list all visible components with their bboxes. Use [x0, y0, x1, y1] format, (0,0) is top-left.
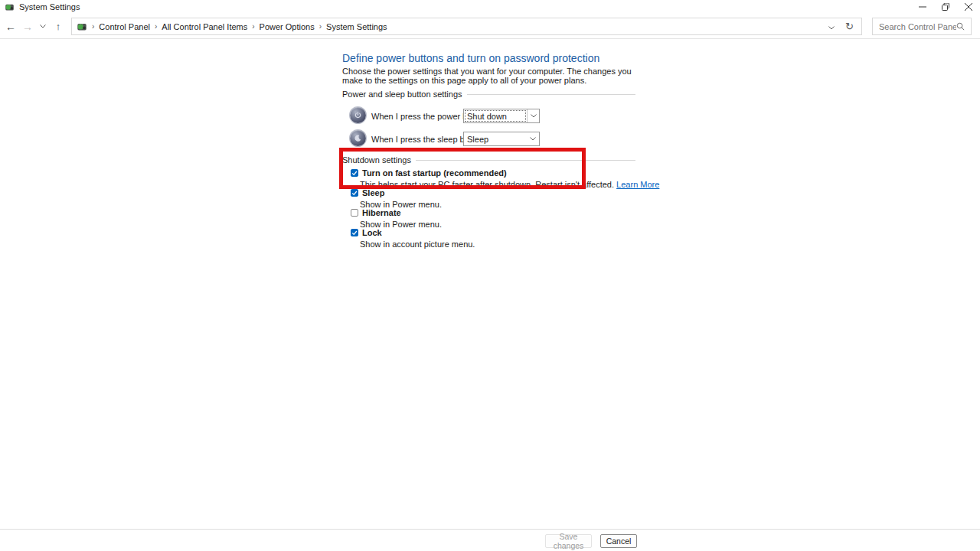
power-sleep-section-header: Power and sleep button settings [342, 90, 635, 99]
power-button-action-select[interactable]: Shut down [463, 109, 540, 123]
minimize-button[interactable] [911, 0, 934, 14]
breadcrumb-separator[interactable]: › [250, 22, 256, 31]
main-content: Define power buttons and turn on passwor… [0, 39, 980, 529]
option-lock: Lock Show in account picture menu. [351, 228, 611, 249]
refresh-button[interactable]: ↻ [845, 21, 854, 32]
breadcrumb-separator[interactable]: › [153, 22, 158, 31]
chevron-down-icon[interactable] [527, 109, 539, 122]
option-description: Show in account picture menu. [360, 240, 611, 249]
recent-locations-chevron-icon[interactable] [38, 14, 47, 39]
option-label[interactable]: Turn on fast startup (recommended) [362, 168, 507, 178]
sleep-checkbox[interactable] [351, 189, 358, 197]
back-button[interactable]: ← [5, 14, 17, 39]
shutdown-section-header: Shutdown settings [342, 155, 635, 165]
breadcrumb-separator[interactable]: › [90, 22, 96, 31]
option-label[interactable]: Hibernate [362, 208, 401, 217]
breadcrumb-control-panel[interactable]: Control Panel [96, 22, 153, 31]
sleep-button-action-select[interactable]: Sleep [463, 132, 540, 146]
page-description: Choose the power settings that you want … [342, 67, 635, 85]
lock-checkbox[interactable] [351, 229, 358, 236]
up-button[interactable]: ↑ [52, 14, 64, 39]
address-bar[interactable]: › Control Panel › All Control Panel Item… [71, 18, 862, 35]
fast-startup-checkbox[interactable] [351, 169, 358, 177]
title-bar: System Settings [0, 0, 980, 14]
power-button-icon [350, 107, 366, 123]
cancel-button[interactable]: Cancel [600, 534, 637, 548]
option-sleep: Sleep Show in Power menu. [351, 188, 611, 209]
search-icon[interactable] [956, 20, 965, 34]
section-rule [416, 160, 635, 161]
search-input[interactable]: Search Control Panel [872, 18, 972, 35]
breadcrumb-separator[interactable]: › [318, 22, 323, 31]
forward-button[interactable]: → [21, 14, 34, 39]
page-title: Define power buttons and turn on passwor… [342, 52, 599, 64]
selected-value: Shut down [464, 109, 527, 122]
option-fast-startup: Turn on fast startup (recommended) This … [351, 168, 611, 189]
close-button[interactable] [957, 0, 980, 14]
breadcrumb-all-control-panel-items[interactable]: All Control Panel Items [158, 22, 250, 31]
learn-more-link[interactable]: Learn More [616, 180, 659, 189]
window-controls [911, 0, 980, 14]
option-label[interactable]: Lock [362, 228, 382, 237]
section-rule [467, 94, 635, 95]
section-title: Shutdown settings [342, 155, 416, 165]
selected-value: Sleep [464, 132, 527, 145]
window-title: System Settings [19, 2, 80, 11]
address-dropdown-chevron-icon[interactable] [828, 22, 835, 31]
save-changes-button[interactable]: Save changes [545, 534, 592, 548]
sleep-button-icon [350, 130, 366, 146]
option-label[interactable]: Sleep [362, 188, 384, 197]
breadcrumb-system-settings[interactable]: System Settings [323, 22, 390, 31]
breadcrumb-power-options[interactable]: Power Options [256, 22, 318, 31]
restore-button[interactable] [934, 0, 957, 14]
hibernate-checkbox[interactable] [351, 209, 358, 217]
footer-divider [0, 529, 980, 530]
navigation-bar: ← → ↑ › Control Panel › All Control Pane… [0, 14, 980, 39]
search-placeholder: Search Control Panel [879, 22, 956, 31]
control-panel-icon [5, 2, 15, 12]
section-title: Power and sleep button settings [342, 90, 467, 99]
control-panel-icon [77, 21, 87, 32]
option-hibernate: Hibernate Show in Power menu. [351, 208, 611, 229]
chevron-down-icon[interactable] [527, 132, 539, 145]
